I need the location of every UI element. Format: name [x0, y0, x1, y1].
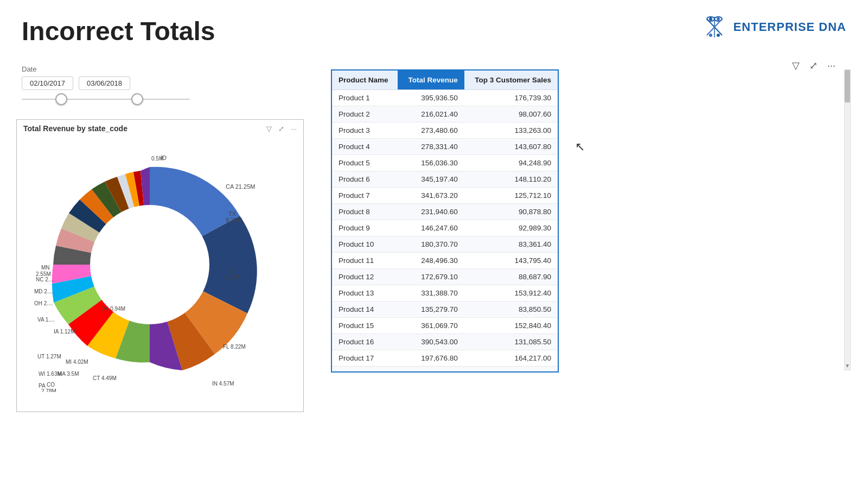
- table-body: Product 1 395,936.50 176,739.30 Product …: [332, 90, 558, 372]
- cell-revenue: 172,679.10: [398, 269, 464, 285]
- col-product-name: Product Name: [332, 70, 398, 90]
- logo-text: ENTERPRISE DNA: [733, 20, 846, 34]
- svg-point-5: [709, 34, 712, 37]
- cell-revenue: 278,331.40: [398, 139, 464, 155]
- data-table-container: Product Name Total Revenue Top 3 Custome…: [331, 69, 559, 373]
- table-wrapper[interactable]: Product Name Total Revenue Top 3 Custome…: [332, 70, 558, 371]
- table-row: Product 7 341,673.20 125,712.10: [332, 188, 558, 204]
- chart-expand-icon[interactable]: ⤢: [278, 125, 284, 133]
- cell-top3: 152,840.40: [464, 318, 558, 334]
- cell-top3: 122,462.60: [464, 367, 558, 372]
- cell-top3: 88,687.90: [464, 269, 558, 285]
- cell-top3: 148,110.20: [464, 171, 558, 188]
- scrollbar-down[interactable]: ▼: [845, 363, 850, 369]
- label-ut: UT 1.27M: [37, 354, 61, 359]
- scrollbar-thumb[interactable]: [845, 70, 850, 102]
- cell-revenue: 248,496.30: [398, 253, 464, 269]
- label-tx: TX: [228, 210, 237, 217]
- cell-product-name: Product 4: [332, 139, 398, 155]
- cell-revenue: 361,069.70: [398, 318, 464, 334]
- table-row: Product 4 278,331.40 143,607.80: [332, 139, 558, 155]
- cell-top3: 143,795.40: [464, 253, 558, 269]
- donut-chart-container: Total Revenue by state_code ▽ ⤢ ···: [16, 119, 304, 412]
- date-start[interactable]: 02/10/2017: [22, 76, 73, 90]
- table-row: Product 12 172,679.10 88,687.90: [332, 269, 558, 285]
- toolbar: ▽ ⤢ ···: [792, 60, 835, 72]
- chart-more-icon[interactable]: ···: [291, 125, 297, 133]
- cell-product-name: Product 16: [332, 334, 398, 350]
- cell-top3: 153,912.40: [464, 285, 558, 301]
- table-header-row: Product Name Total Revenue Top 3 Custome…: [332, 70, 558, 90]
- date-inputs: 02/10/2017 03/06/2018: [22, 76, 130, 90]
- cell-revenue: 197,676.80: [398, 350, 464, 367]
- dna-logo-icon: [701, 14, 728, 41]
- slider-track: [22, 99, 190, 100]
- cell-revenue: 341,673.20: [398, 188, 464, 204]
- label-tx2: 9.25M: [226, 217, 242, 223]
- label-ia: IA 1.12M: [54, 329, 75, 335]
- table-row: Product 11 248,496.30 143,795.40: [332, 253, 558, 269]
- table-row: Product 8 231,940.60 90,878.80: [332, 204, 558, 220]
- label-in: IN 4.57M: [212, 381, 234, 387]
- col-total-revenue: Total Revenue: [398, 70, 464, 90]
- slider-handle-right[interactable]: [131, 93, 143, 105]
- cell-top3: 90,878.80: [464, 204, 558, 220]
- date-label: Date: [22, 65, 130, 73]
- table-row: Product 13 331,388.70 153,912.40: [332, 285, 558, 301]
- cell-product-name: Product 2: [332, 106, 398, 123]
- cell-top3: 125,712.10: [464, 188, 558, 204]
- table-row: Product 5 156,036.30 94,248.90: [332, 155, 558, 171]
- cell-revenue: 180,370.70: [398, 236, 464, 253]
- label-id2: 0.5M: [151, 156, 163, 162]
- table-row: Product 1 395,936.50 176,739.30: [332, 90, 558, 106]
- cell-product-name: Product 1: [332, 90, 398, 106]
- cell-product-name: Product 10: [332, 236, 398, 253]
- cell-revenue: 135,279.70: [398, 301, 464, 318]
- data-table: Product Name Total Revenue Top 3 Custome…: [332, 70, 558, 371]
- label-md: MD 2....: [34, 288, 53, 294]
- table-row: Product 6 345,197.40 148,110.20: [332, 171, 558, 188]
- label-ct: CT 4.49M: [93, 375, 117, 381]
- label-fl: FL 8.22M: [223, 344, 246, 350]
- cell-top3: 83,850.50: [464, 301, 558, 318]
- cell-top3: 92,989.30: [464, 220, 558, 236]
- table-row: Product 9 146,247.60 92,989.30: [332, 220, 558, 236]
- page-title: Incorrect Totals: [22, 16, 215, 46]
- cell-top3: 133,263.00: [464, 123, 558, 139]
- date-slider[interactable]: [22, 99, 190, 100]
- chart-title: Total Revenue by state_code: [23, 124, 127, 133]
- chart-icons: ▽ ⤢ ···: [266, 125, 297, 133]
- label-nc: NC 2....: [36, 277, 54, 282]
- cell-revenue: 332,299.90: [398, 367, 464, 372]
- cell-product-name: Product 12: [332, 269, 398, 285]
- cell-top3: 176,739.30: [464, 90, 558, 106]
- svg-point-6: [717, 34, 720, 37]
- label-va: VA 1....: [37, 317, 55, 323]
- label-co2: 2.78M: [41, 388, 56, 392]
- cell-product-name: Product 3: [332, 123, 398, 139]
- cell-product-name: Product 14: [332, 301, 398, 318]
- cell-revenue: 231,940.60: [398, 204, 464, 220]
- cell-product-name: Product 11: [332, 253, 398, 269]
- table-row: Product 17 197,676.80 164,217.00: [332, 350, 558, 367]
- chart-filter-icon[interactable]: ▽: [266, 125, 272, 133]
- filter-icon[interactable]: ▽: [792, 60, 800, 72]
- more-icon[interactable]: ···: [827, 60, 835, 72]
- col-top3: Top 3 Customer Sales: [464, 70, 558, 90]
- cell-product-name: Product 13: [332, 285, 398, 301]
- svg-point-4: [717, 17, 720, 21]
- cell-product-name: Product 8: [332, 204, 398, 220]
- slider-handle-left[interactable]: [55, 93, 67, 105]
- chart-title-bar: Total Revenue by state_code ▽ ⤢ ···: [17, 120, 303, 137]
- cell-top3: 83,361.40: [464, 236, 558, 253]
- scrollbar[interactable]: ▲ ▼: [844, 69, 851, 370]
- cell-product-name: Product 6: [332, 171, 398, 188]
- expand-icon[interactable]: ⤢: [809, 60, 818, 72]
- label-ma: MA 3.5M: [58, 371, 79, 377]
- cell-product-name: Product 18: [332, 367, 398, 372]
- donut-svg: ID OK 0.94M IA 1.12M UT 1.27M WI 1.63M P…: [17, 137, 283, 392]
- date-end[interactable]: 03/06/2018: [79, 76, 130, 90]
- cell-revenue: 331,388.70: [398, 285, 464, 301]
- cell-revenue: 146,247.60: [398, 220, 464, 236]
- label-mn: MN: [41, 265, 50, 271]
